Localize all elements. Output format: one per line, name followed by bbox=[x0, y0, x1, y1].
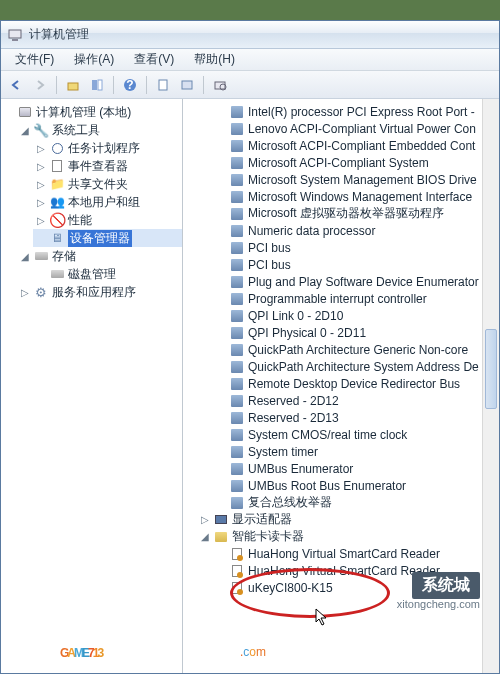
device-item[interactable]: Numeric data processor bbox=[213, 222, 499, 239]
smartcard-device-item[interactable]: HuaHong Virtual SmartCard Reader bbox=[213, 545, 499, 562]
category-display-adapters[interactable]: ▷显示适配器 bbox=[197, 511, 499, 528]
chip-icon bbox=[229, 240, 245, 256]
device-manager-icon: 🖥 bbox=[49, 230, 65, 246]
device-item[interactable]: 复合总线枚举器 bbox=[213, 494, 499, 511]
refresh-button[interactable] bbox=[176, 74, 198, 96]
device-item[interactable]: Remote Desktop Device Redirector Bus bbox=[213, 375, 499, 392]
back-button[interactable] bbox=[5, 74, 27, 96]
computer-icon bbox=[17, 104, 33, 120]
device-item[interactable]: Reserved - 2D12 bbox=[213, 392, 499, 409]
titlebar[interactable]: 计算机管理 bbox=[1, 21, 499, 49]
mmc-window: 计算机管理 文件(F) 操作(A) 查看(V) 帮助(H) ? 计算 bbox=[0, 20, 500, 674]
device-item[interactable]: QuickPath Architecture Generic Non-core bbox=[213, 341, 499, 358]
collapse-icon[interactable]: ◢ bbox=[19, 250, 31, 262]
device-item[interactable]: Microsoft Windows Management Interface bbox=[213, 188, 499, 205]
tree-disk-management[interactable]: 磁盘管理 bbox=[33, 265, 182, 283]
device-item[interactable]: UMBus Enumerator bbox=[213, 460, 499, 477]
content-area: 计算机管理 (本地) ◢ 🔧 系统工具 ▷任务计划程序 ▷事件查看器 bbox=[1, 99, 499, 673]
tree-line bbox=[215, 548, 227, 560]
properties-button[interactable] bbox=[152, 74, 174, 96]
device-item[interactable]: Lenovo ACPI-Compliant Virtual Power Con bbox=[213, 120, 499, 137]
device-item[interactable]: System timer bbox=[213, 443, 499, 460]
collapse-icon[interactable]: ◢ bbox=[19, 124, 31, 136]
show-hide-button[interactable] bbox=[86, 74, 108, 96]
device-item[interactable]: Intel(R) processor PCI Express Root Port… bbox=[213, 103, 499, 120]
tree-line bbox=[215, 310, 227, 322]
device-list-pane[interactable]: Intel(R) processor PCI Express Root Port… bbox=[183, 99, 499, 673]
help-button[interactable]: ? bbox=[119, 74, 141, 96]
tree-line bbox=[215, 157, 227, 169]
expand-icon[interactable]: ▷ bbox=[35, 214, 47, 226]
device-item[interactable]: Microsoft ACPI-Compliant Embedded Cont bbox=[213, 137, 499, 154]
device-item[interactable]: QPI Link 0 - 2D10 bbox=[213, 307, 499, 324]
menu-help[interactable]: 帮助(H) bbox=[184, 49, 245, 70]
device-item[interactable]: QPI Physical 0 - 2D11 bbox=[213, 324, 499, 341]
tree-line bbox=[215, 242, 227, 254]
certificate-icon bbox=[229, 563, 245, 579]
svg-rect-4 bbox=[98, 80, 102, 90]
smartcard-device-item[interactable]: HuaHong Virtual SmartCard Reader bbox=[213, 562, 499, 579]
tree-services-apps[interactable]: ▷ ⚙ 服务和应用程序 bbox=[17, 283, 182, 301]
forward-button[interactable] bbox=[29, 74, 51, 96]
scrollbar-thumb[interactable] bbox=[485, 329, 497, 409]
tree-line bbox=[215, 208, 227, 220]
device-item[interactable]: Programmable interrupt controller bbox=[213, 290, 499, 307]
expand-icon bbox=[35, 232, 47, 244]
device-item[interactable]: PCI bus bbox=[213, 256, 499, 273]
tree-device-manager[interactable]: 🖥设备管理器 bbox=[33, 229, 182, 247]
storage-icon bbox=[33, 248, 49, 264]
tree-storage[interactable]: ◢ 存储 bbox=[17, 247, 182, 265]
device-item[interactable]: UMBus Root Bus Enumerator bbox=[213, 477, 499, 494]
device-item[interactable]: Microsoft 虚拟驱动器枚举器驱动程序 bbox=[213, 205, 499, 222]
smartcard-device-item[interactable]: uKeyCI800-K15 bbox=[213, 579, 499, 596]
tree-system-tools[interactable]: ◢ 🔧 系统工具 bbox=[17, 121, 182, 139]
menu-file[interactable]: 文件(F) bbox=[5, 49, 64, 70]
device-item[interactable]: Microsoft System Management BIOS Drive bbox=[213, 171, 499, 188]
device-item[interactable]: PCI bus bbox=[213, 239, 499, 256]
chip-icon bbox=[229, 206, 245, 222]
chip-icon bbox=[229, 478, 245, 494]
device-item[interactable]: Plug and Play Software Device Enumerator bbox=[213, 273, 499, 290]
tree-root-computer-management[interactable]: 计算机管理 (本地) bbox=[1, 103, 182, 121]
certificate-icon bbox=[229, 546, 245, 562]
expand-icon[interactable]: ▷ bbox=[19, 286, 31, 298]
device-item[interactable]: Microsoft ACPI-Compliant System bbox=[213, 154, 499, 171]
display-icon bbox=[213, 512, 229, 528]
navigation-tree[interactable]: 计算机管理 (本地) ◢ 🔧 系统工具 ▷任务计划程序 ▷事件查看器 bbox=[1, 99, 183, 673]
tree-event-viewer[interactable]: ▷事件查看器 bbox=[33, 157, 182, 175]
tree-shared-folders[interactable]: ▷📁共享文件夹 bbox=[33, 175, 182, 193]
share-icon: 📁 bbox=[49, 176, 65, 192]
expand-icon[interactable]: ▷ bbox=[199, 514, 211, 526]
chip-icon bbox=[229, 342, 245, 358]
tree-line bbox=[215, 361, 227, 373]
tree-local-users[interactable]: ▷👥本地用户和组 bbox=[33, 193, 182, 211]
tree-line bbox=[215, 174, 227, 186]
separator bbox=[203, 76, 204, 94]
tree-performance[interactable]: ▷🚫性能 bbox=[33, 211, 182, 229]
chip-icon bbox=[229, 444, 245, 460]
separator bbox=[146, 76, 147, 94]
up-button[interactable] bbox=[62, 74, 84, 96]
tree-line bbox=[215, 395, 227, 407]
category-smartcard-readers[interactable]: ◢智能卡读卡器 bbox=[197, 528, 499, 545]
svg-rect-1 bbox=[12, 39, 18, 41]
expand-icon[interactable]: ▷ bbox=[35, 142, 47, 154]
chip-icon bbox=[229, 461, 245, 477]
tree-task-scheduler[interactable]: ▷任务计划程序 bbox=[33, 139, 182, 157]
menu-action[interactable]: 操作(A) bbox=[64, 49, 124, 70]
device-item[interactable]: System CMOS/real time clock bbox=[213, 426, 499, 443]
menu-view[interactable]: 查看(V) bbox=[124, 49, 184, 70]
scan-button[interactable] bbox=[209, 74, 231, 96]
chip-icon bbox=[229, 291, 245, 307]
clock-icon bbox=[49, 140, 65, 156]
tree-line bbox=[215, 140, 227, 152]
toolbar: ? bbox=[1, 71, 499, 99]
device-item[interactable]: QuickPath Architecture System Address De bbox=[213, 358, 499, 375]
vertical-scrollbar[interactable] bbox=[482, 99, 499, 673]
expand-icon[interactable]: ▷ bbox=[35, 160, 47, 172]
expand-icon[interactable]: ▷ bbox=[35, 196, 47, 208]
device-item[interactable]: Reserved - 2D13 bbox=[213, 409, 499, 426]
collapse-icon[interactable]: ◢ bbox=[199, 531, 211, 543]
chip-icon bbox=[229, 104, 245, 120]
expand-icon[interactable]: ▷ bbox=[35, 178, 47, 190]
